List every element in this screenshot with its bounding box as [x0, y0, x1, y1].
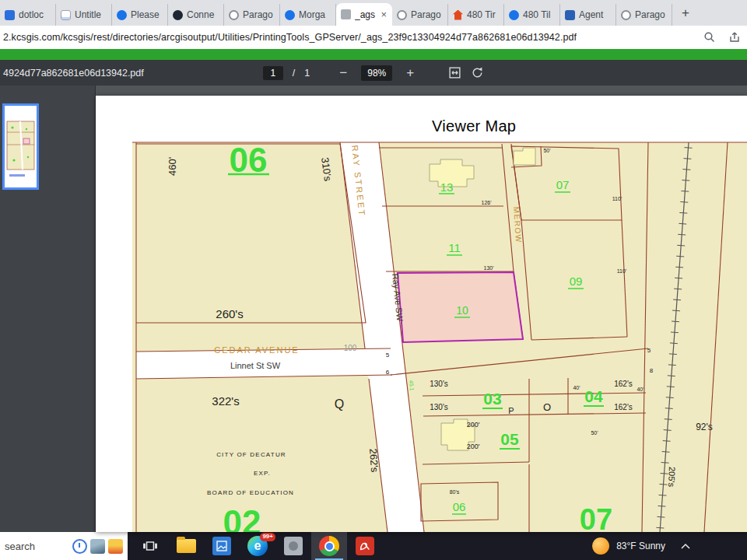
tab-label: 480 Tir — [467, 9, 499, 20]
tab-paragon-2[interactable]: Parago — [392, 4, 448, 26]
tab-untitled[interactable]: Untitle — [56, 4, 112, 26]
parcel-label-04: 04 — [584, 387, 603, 405]
zoom-level[interactable]: 98% — [361, 65, 392, 81]
taskbar-search-box[interactable]: search — [0, 532, 128, 560]
tab-favicon — [397, 10, 407, 20]
zoom-out-button[interactable]: − — [335, 65, 352, 82]
edge-browser-button[interactable]: e 99+ — [240, 532, 275, 560]
pdf-viewer: Viewer Map — [0, 86, 747, 532]
photos-app-button[interactable] — [204, 532, 240, 560]
parcel-map: 06 02 07 13 11 10 07 09 03 04 05 06 460'… — [96, 96, 747, 532]
tab-label: Parago — [411, 9, 443, 20]
address-bar[interactable]: 2.kcsgis.com/kcsgis/rest/directories/arc… — [0, 26, 747, 49]
tab-please[interactable]: Please — [112, 4, 168, 26]
tray-chevron-up-icon[interactable] — [680, 542, 691, 551]
dim-130-b: 130's — [430, 403, 448, 411]
search-text: search — [5, 541, 69, 552]
street-label-linnet-st: Linnet St SW — [230, 361, 281, 370]
taskbar-tray: 83°F Sunny — [592, 532, 747, 560]
pdf-page: Viewer Map — [96, 96, 747, 532]
owner-line-1: CITY OF DECATUR — [216, 451, 286, 458]
tab-favicon — [565, 10, 575, 20]
tab-label: Conne — [187, 9, 219, 20]
block-letter-o: O — [543, 401, 551, 413]
house-favicon — [453, 10, 463, 20]
num-5-b: 5 — [647, 347, 651, 354]
dim-322: 322's — [212, 394, 239, 408]
new-tab-button[interactable]: + — [675, 3, 696, 23]
dim-45: 45.1 — [409, 380, 415, 390]
page-number-input[interactable]: 1 — [263, 66, 283, 80]
num-6-a: 6 — [386, 369, 390, 376]
page-separator: / — [293, 68, 295, 79]
dim-205: 205's — [667, 467, 677, 488]
task-view-button[interactable] — [132, 532, 168, 560]
tab-favicon — [509, 10, 519, 20]
block-letter-q: Q — [335, 397, 344, 411]
tab-favicon — [285, 10, 295, 20]
gray-app-icon — [284, 537, 303, 555]
page-thumbnail[interactable] — [2, 103, 39, 190]
parcel-label-03: 03 — [483, 390, 501, 408]
tab-label: Agent — [579, 9, 611, 20]
search-highlight-pencils-icon[interactable] — [108, 539, 123, 554]
tab-label: _ags — [355, 9, 376, 20]
tab-close-icon[interactable]: × — [380, 9, 388, 20]
parcel-label-06-block: 06 — [230, 141, 268, 179]
tab-label: Please — [131, 9, 163, 20]
parcel-label-09: 09 — [570, 275, 583, 288]
tab-favicon — [173, 10, 183, 20]
address-bar-icons — [703, 26, 741, 49]
share-icon[interactable] — [728, 31, 741, 44]
tab-favicon — [61, 10, 71, 20]
tab-480-tir[interactable]: 480 Tir — [448, 4, 504, 26]
page-theme-strip — [0, 49, 747, 60]
search-highlight-clock-icon[interactable] — [72, 539, 87, 554]
thumbnail-sidebar — [0, 86, 96, 532]
tab-label: Parago — [243, 9, 275, 20]
tab-favicon — [117, 10, 127, 20]
tab-connect[interactable]: Conne — [168, 4, 224, 26]
dim-262: 262's — [367, 448, 381, 473]
tab-dotloop[interactable]: dotloc — [0, 4, 56, 26]
parcel-label-13: 13 — [440, 180, 454, 194]
fit-to-page-icon[interactable] — [448, 66, 461, 79]
street-label-cedar-ave: CEDAR AVENUE — [214, 345, 299, 355]
file-explorer-button[interactable] — [168, 532, 204, 560]
acrobat-button[interactable] — [347, 532, 383, 560]
tab-480-til[interactable]: 480 Til — [504, 4, 560, 26]
tab-favicon — [5, 10, 15, 20]
dim-92: 92's — [696, 422, 713, 432]
chrome-browser-button[interactable] — [311, 532, 347, 560]
page-total: 1 — [304, 68, 310, 79]
app-button-gray[interactable] — [275, 532, 311, 560]
dim-50-b: 50' — [591, 430, 598, 436]
owner-line-2: EXP. — [254, 470, 271, 477]
tab-agent[interactable]: Agent — [560, 4, 616, 26]
num-8: 8 — [650, 367, 654, 374]
dim-130-c: 130' — [483, 265, 493, 271]
browser-tab-bar: dotloc Untitle Please Conne Parago Morga… — [0, 0, 747, 26]
dim-460: 460' — [167, 157, 178, 176]
acrobat-icon — [356, 537, 374, 555]
tab-paragon-1[interactable]: Parago — [224, 4, 280, 26]
owner-line-3: BOARD OF EDUCATION — [207, 489, 294, 496]
tab-label: dotloc — [19, 9, 51, 20]
tab-favicon — [229, 10, 239, 20]
tab-ags-pdf-active[interactable]: _ags × — [336, 3, 392, 26]
rotate-icon[interactable] — [471, 66, 484, 79]
photos-icon — [212, 537, 231, 555]
parcel-label-10: 10 — [456, 304, 468, 317]
zoom-in-button[interactable]: + — [402, 65, 419, 82]
dim-162-b: 162's — [614, 403, 633, 411]
weather-text[interactable]: 83°F Sunny — [616, 541, 665, 551]
tab-favicon — [621, 10, 631, 20]
search-highlight-photo-icon[interactable] — [90, 539, 105, 554]
weather-sun-icon[interactable] — [592, 537, 609, 555]
parcel-label-07: 07 — [556, 178, 570, 191]
pdf-toolbar: 4924d77a862681e06d13942.pdf 1 / 1 − 98% … — [0, 60, 747, 86]
parcel-label-11: 11 — [448, 241, 461, 254]
tab-morgan[interactable]: Morga — [280, 4, 336, 26]
tab-paragon-3[interactable]: Parago — [616, 4, 672, 26]
zoom-search-icon[interactable] — [703, 31, 716, 44]
